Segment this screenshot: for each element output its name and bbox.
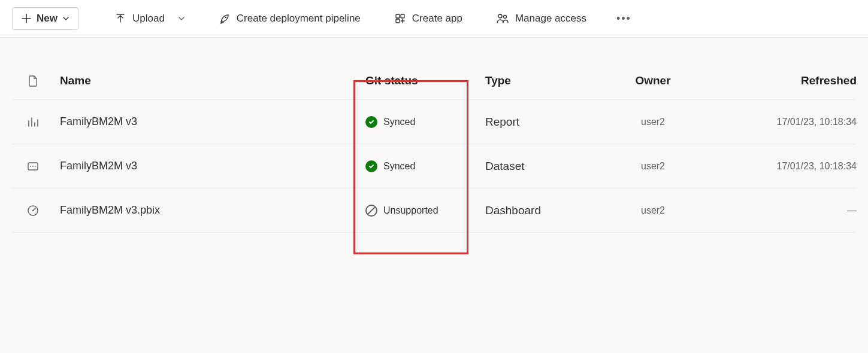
items-table: Name Git status Type Owner Refreshed Fam…	[12, 62, 856, 233]
svg-rect-1	[396, 14, 400, 18]
synced-check-icon	[365, 160, 377, 172]
row-type: Dataset	[467, 160, 593, 173]
dataset-icon	[26, 160, 40, 173]
more-button[interactable]: •••	[612, 9, 636, 29]
row-owner: user2	[593, 117, 713, 127]
svg-rect-3	[396, 19, 400, 23]
new-button-label: New	[37, 13, 58, 25]
people-icon	[496, 13, 509, 25]
header-name[interactable]: Name	[54, 74, 347, 87]
svg-point-5	[503, 16, 506, 19]
row-git-status-label: Unsupported	[383, 205, 438, 216]
upload-icon	[114, 13, 126, 25]
unsupported-icon	[365, 205, 377, 217]
create-app-label: Create app	[412, 13, 462, 25]
file-icon	[28, 75, 38, 87]
row-git-status: Synced	[347, 160, 467, 172]
row-git-status: Synced	[347, 116, 467, 128]
svg-point-0	[225, 17, 227, 19]
svg-point-11	[32, 209, 34, 211]
manage-access-label: Manage access	[515, 13, 586, 25]
svg-rect-2	[401, 14, 404, 18]
row-name: FamilyBM2M v3	[54, 115, 347, 128]
dashboard-icon	[26, 204, 40, 217]
synced-check-icon	[365, 116, 377, 128]
chevron-down-icon	[178, 15, 185, 22]
svg-point-4	[498, 14, 502, 18]
row-type-icon	[12, 160, 54, 173]
svg-point-8	[32, 166, 34, 167]
new-button[interactable]: New	[12, 7, 78, 30]
row-git-status-label: Synced	[383, 117, 415, 127]
create-pipeline-label: Create deployment pipeline	[237, 13, 361, 25]
svg-point-9	[35, 166, 36, 167]
row-type: Dashboard	[467, 204, 593, 217]
toolbar: New Upload Create deployment pipeline Cr…	[0, 0, 868, 38]
row-name: FamilyBM2M v3	[54, 160, 347, 172]
header-type[interactable]: Type	[467, 74, 593, 87]
row-refreshed: 17/01/23, 10:18:34	[713, 161, 863, 172]
row-name: FamilyBM2M v3.pbix	[54, 204, 347, 217]
row-git-status-label: Synced	[383, 161, 415, 172]
table-row[interactable]: FamilyBM2M v3 Synced Report user2 17/01/…	[12, 100, 856, 144]
create-pipeline-button[interactable]: Create deployment pipeline	[215, 9, 364, 28]
row-owner: user2	[593, 205, 713, 216]
report-icon	[26, 115, 40, 129]
row-owner: user2	[593, 161, 713, 172]
row-type-icon	[12, 204, 54, 217]
row-refreshed: —	[713, 205, 863, 216]
rocket-icon	[219, 13, 231, 25]
header-refreshed[interactable]: Refreshed	[713, 74, 863, 87]
table-row[interactable]: FamilyBM2M v3.pbix Unsupported Dashboard…	[12, 188, 856, 233]
row-git-status: Unsupported	[347, 205, 467, 217]
header-owner[interactable]: Owner	[593, 74, 713, 87]
plus-icon	[21, 13, 32, 24]
table-header: Name Git status Type Owner Refreshed	[12, 62, 856, 100]
row-refreshed: 17/01/23, 10:18:34	[713, 117, 863, 127]
upload-button[interactable]: Upload	[111, 9, 189, 28]
header-git-status[interactable]: Git status	[347, 74, 467, 87]
table-row[interactable]: FamilyBM2M v3 Synced Dataset user2 17/01…	[12, 144, 856, 188]
manage-access-button[interactable]: Manage access	[492, 9, 590, 28]
app-icon	[394, 13, 406, 25]
header-icon-col	[12, 75, 54, 87]
row-type: Report	[467, 115, 593, 129]
svg-point-7	[30, 166, 31, 167]
create-app-button[interactable]: Create app	[391, 9, 466, 28]
row-type-icon	[12, 115, 54, 129]
upload-label: Upload	[132, 13, 165, 25]
chevron-down-icon	[62, 15, 69, 22]
content-area: Name Git status Type Owner Refreshed Fam…	[0, 62, 868, 233]
